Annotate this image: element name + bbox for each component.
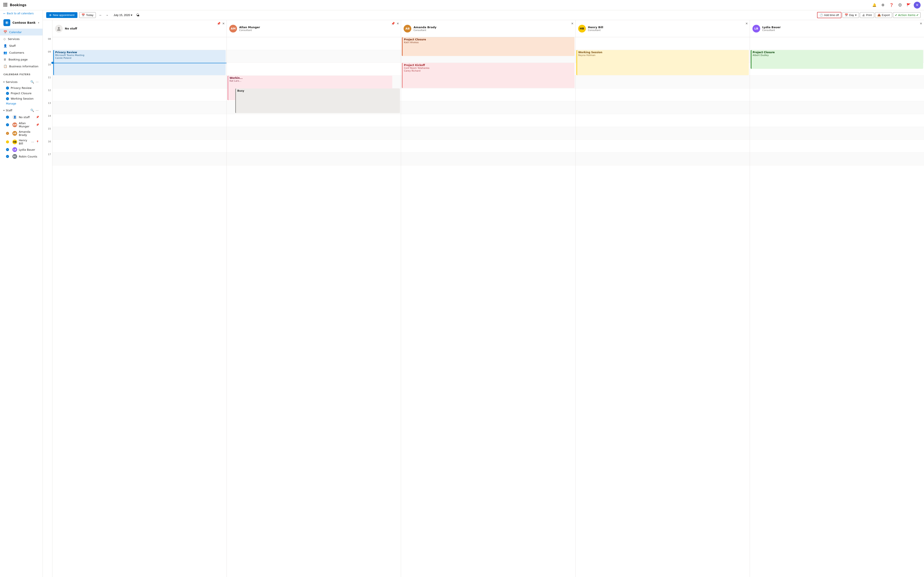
- slot[interactable]: [52, 76, 226, 89]
- slot[interactable]: [750, 89, 924, 101]
- amanda-close-button[interactable]: ✕: [571, 22, 573, 25]
- allan-close-button[interactable]: ✕: [397, 22, 399, 25]
- henry-pin-outline-icon[interactable]: 📍: [36, 140, 39, 143]
- appt-project-kickoff[interactable]: Project Kickoff Conf Room Yelahanka Care…: [402, 63, 574, 88]
- slot[interactable]: [575, 153, 750, 165]
- staff-item-henry-bill[interactable]: HB Henry Bill ⋯ 📍: [0, 138, 42, 146]
- no-staff-pin-button[interactable]: 📌: [217, 22, 221, 25]
- slot[interactable]: [52, 37, 226, 50]
- date-picker-button[interactable]: July 15, 2020 ▾: [111, 12, 134, 18]
- allan-pin-button[interactable]: 📌: [391, 22, 395, 25]
- user-avatar[interactable]: U: [914, 2, 921, 8]
- svg-rect-3: [3, 4, 5, 5]
- slot[interactable]: [227, 50, 401, 63]
- no-staff-close-button[interactable]: ✕: [222, 22, 225, 25]
- henry-more-icon[interactable]: ⋯: [31, 140, 34, 143]
- slot[interactable]: [750, 127, 924, 140]
- slot[interactable]: [575, 37, 750, 50]
- filter-item-working-session[interactable]: Working Session: [0, 96, 42, 101]
- waffle-icon[interactable]: [3, 3, 7, 7]
- sidebar-item-booking-page[interactable]: 🖥 Booking page: [0, 56, 42, 63]
- staff-item-allan-munger[interactable]: AM Allan Munger 📌: [0, 121, 42, 129]
- slot[interactable]: [750, 114, 924, 127]
- slot[interactable]: [575, 140, 750, 153]
- company-chevron-icon[interactable]: ▾: [38, 22, 39, 24]
- sidebar-item-business-info[interactable]: 📋 Business information: [0, 63, 42, 70]
- slot[interactable]: [401, 89, 575, 101]
- prev-arrow-button[interactable]: ←: [97, 12, 103, 18]
- action-items-check-icon: ✔: [916, 13, 919, 17]
- sidebar-item-calendar[interactable]: 📅 Calendar: [0, 29, 42, 35]
- slot[interactable]: [52, 114, 226, 127]
- appt-busy[interactable]: Busy: [235, 89, 400, 113]
- no-staff-pin-icon[interactable]: 📌: [36, 116, 39, 119]
- slot[interactable]: [575, 114, 750, 127]
- henry-close-button[interactable]: ✕: [745, 22, 748, 25]
- staff-item-amanda-brady[interactable]: ✓ AB Amanda Brady: [0, 129, 42, 138]
- sidebar-item-staff[interactable]: 👤 Staff: [0, 42, 42, 49]
- slot[interactable]: [750, 37, 924, 50]
- slot[interactable]: [750, 140, 924, 153]
- appt-privacy-review[interactable]: Privacy Review Microsoft Teams Meeting C…: [53, 50, 226, 75]
- today-button[interactable]: 📅 Today: [79, 12, 96, 18]
- new-appointment-button[interactable]: ⊕ New appointment: [46, 12, 78, 18]
- next-arrow-button[interactable]: →: [104, 12, 110, 18]
- slot[interactable]: [401, 140, 575, 153]
- appt-project-closure-amanda[interactable]: Project Closure Katri Ahokas: [402, 37, 574, 56]
- services-more-icon[interactable]: ⋯: [35, 80, 39, 84]
- no-staff-header-info: No staff: [65, 27, 77, 30]
- manage-services-link[interactable]: Manage: [0, 101, 42, 107]
- slot[interactable]: [750, 153, 924, 165]
- slot[interactable]: [52, 140, 226, 153]
- print-button[interactable]: 🖨 Print: [860, 12, 874, 18]
- staff-filter-header[interactable]: ▾ Staff 🔍 ⋯: [0, 107, 42, 114]
- services-filter-header[interactable]: ▾ Services 🔍 ⋯: [0, 79, 42, 85]
- staff-search-icon[interactable]: 🔍: [30, 108, 34, 113]
- slot[interactable]: [575, 127, 750, 140]
- slot[interactable]: [401, 153, 575, 165]
- slot[interactable]: [401, 114, 575, 127]
- slot[interactable]: [575, 101, 750, 114]
- slot[interactable]: [52, 89, 226, 101]
- allan-pin-icon[interactable]: 📌: [36, 123, 39, 126]
- slot[interactable]: [227, 127, 401, 140]
- services-search-icon[interactable]: 🔍: [30, 80, 34, 84]
- slot[interactable]: [575, 76, 750, 89]
- export-button[interactable]: 📤 Export: [875, 12, 892, 18]
- slot[interactable]: [401, 101, 575, 114]
- staff-item-lydia-bauer[interactable]: LB Lydia Bauer: [0, 146, 42, 153]
- feedback-icon[interactable]: 😊: [897, 2, 903, 8]
- slot[interactable]: [227, 63, 401, 76]
- appt-working-henry[interactable]: Working Session Reyna Holman: [577, 50, 749, 75]
- back-link[interactable]: ← Back to all calendars: [0, 10, 42, 17]
- filter-item-privacy-review[interactable]: Privacy Review: [0, 85, 42, 90]
- slot[interactable]: [401, 127, 575, 140]
- slot[interactable]: [227, 153, 401, 165]
- staff-more-icon[interactable]: ⋯: [35, 108, 39, 113]
- sidebar-item-services[interactable]: ◇ Services: [0, 35, 42, 42]
- day-view-button[interactable]: 📅 Day ▾: [842, 12, 859, 18]
- slot[interactable]: [52, 101, 226, 114]
- staff-item-robin-counts[interactable]: RC Robin Counts: [0, 153, 42, 160]
- slot[interactable]: [227, 37, 401, 50]
- add-time-off-button[interactable]: 🕐 Add time off: [817, 12, 842, 18]
- slot[interactable]: [52, 153, 226, 165]
- sidebar-item-customers[interactable]: 👥 Customers: [0, 49, 42, 56]
- slot[interactable]: [575, 89, 750, 101]
- action-items-button[interactable]: ✔ Action items ✔: [893, 12, 921, 18]
- staff-item-no-staff[interactable]: 👤 No staff 📌: [0, 114, 42, 121]
- filter-item-project-closure[interactable]: Project Closure: [0, 90, 42, 96]
- slot[interactable]: [227, 114, 401, 127]
- appt-project-closure-lydia[interactable]: Project Closure Albert Dudley: [751, 50, 923, 69]
- slot[interactable]: [750, 76, 924, 89]
- settings-icon[interactable]: ⚙️: [879, 2, 886, 8]
- no-staff-slots: Privacy Review Microsoft Teams Meeting C…: [52, 37, 226, 165]
- slot[interactable]: [227, 140, 401, 153]
- flag-icon[interactable]: 🚩: [905, 2, 912, 8]
- notification-icon[interactable]: 🔔: [871, 2, 878, 8]
- help-icon[interactable]: ❓: [888, 2, 895, 8]
- lydia-close-button[interactable]: ✕: [920, 22, 922, 25]
- amanda-header-name: Amanda Brady: [414, 26, 436, 29]
- slot[interactable]: [52, 127, 226, 140]
- slot[interactable]: [750, 101, 924, 114]
